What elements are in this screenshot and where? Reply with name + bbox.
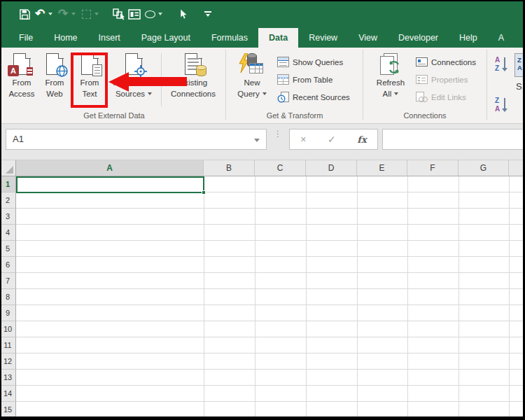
undo-icon[interactable]: ↶ (32, 6, 48, 22)
tab-home[interactable]: Home (43, 28, 88, 48)
customize-quick-access-toolbar-icon[interactable] (200, 6, 216, 22)
row-header-1[interactable]: 1 (0, 176, 16, 192)
frame-border-bottom (0, 416, 525, 420)
column-header-G[interactable]: G (458, 160, 509, 176)
new-query-button[interactable]: New Query (230, 51, 274, 108)
row-header-2[interactable]: 2 (0, 192, 16, 209)
cursor-icon[interactable] (175, 6, 190, 22)
from-web-icon (46, 53, 63, 75)
annotation-arrow-shaft (128, 77, 187, 86)
title-bar: ↶ ↷ (0, 0, 525, 28)
properties-icon (416, 75, 428, 84)
refresh-all-button[interactable]: Refresh All (368, 51, 413, 108)
row-header-4[interactable]: 4 (0, 225, 16, 241)
edit-links-button: Edit Links (416, 88, 486, 106)
refresh-all-icon (379, 53, 402, 78)
tab-data[interactable]: Data (258, 28, 298, 48)
redo-icon: ↷ (55, 6, 71, 22)
tab-formulas[interactable]: Formulas (201, 28, 258, 48)
name-box-dropdown-icon[interactable] (254, 139, 260, 142)
column-header-C[interactable]: C (255, 160, 306, 176)
save-icon[interactable] (17, 6, 32, 22)
frame-border-left (0, 0, 1, 420)
new-query-icon (238, 53, 266, 78)
column-header-F[interactable]: F (407, 160, 458, 176)
from-access-button[interactable]: A From Access (6, 51, 38, 108)
tab-help[interactable]: Help (449, 28, 488, 48)
show-queries-button[interactable]: Show Queries (277, 53, 364, 71)
existing-connections-icon (185, 53, 202, 75)
tab-file[interactable]: File (8, 28, 43, 48)
from-table-button[interactable]: From Table (277, 71, 364, 88)
selected-cell-A1[interactable] (16, 176, 204, 193)
select-objects-icon[interactable] (111, 6, 127, 22)
row-header-6[interactable]: 6 (0, 257, 16, 273)
tab-insert[interactable]: Insert (88, 28, 131, 48)
connections-button[interactable]: Connections (416, 53, 486, 71)
insert-function-icon[interactable]: fx (357, 134, 366, 145)
row-header-15[interactable]: 15 (0, 402, 16, 418)
fill-handle[interactable] (202, 190, 206, 195)
from-access-label-1: From (6, 78, 38, 89)
row-header-14[interactable]: 14 (0, 386, 16, 402)
column-header-D[interactable]: D (306, 160, 357, 176)
show-queries-label: Show Queries (293, 58, 343, 66)
oval-dropdown-icon[interactable] (158, 13, 162, 15)
column-header-B[interactable]: B (204, 160, 255, 176)
tab-review[interactable]: Review (298, 28, 348, 48)
group-label-connections: Connections (364, 110, 486, 121)
tab-view[interactable]: View (348, 28, 388, 48)
recent-sources-button[interactable]: Recent Sources (277, 88, 364, 106)
formula-input[interactable] (382, 129, 525, 150)
row-header-8[interactable]: 8 (0, 289, 16, 305)
tab-developer[interactable]: Developer (388, 28, 449, 48)
from-access-icon: A (13, 53, 30, 75)
row-header-12[interactable]: 12 (0, 354, 16, 370)
sort-descending-icon[interactable]: Z A (494, 97, 510, 113)
existing-connections-label-2: Connections (163, 89, 223, 100)
excel-window: ↶ ↷ File Home (0, 0, 525, 420)
annotation-arrow-head (108, 72, 129, 92)
form-icon[interactable] (127, 6, 142, 22)
cancel-icon: × (300, 134, 306, 145)
undo-dropdown-icon[interactable] (48, 13, 52, 15)
from-access-label-2: Access (6, 89, 38, 100)
properties-label: Properties (431, 76, 468, 84)
tab-page-layout[interactable]: Page Layout (131, 28, 201, 48)
from-web-button[interactable]: From Web (39, 51, 70, 108)
annotation-highlight-box (71, 52, 108, 108)
formula-bar-resize-dots[interactable]: ⋮ (274, 131, 276, 148)
enter-icon: ✓ (328, 134, 336, 145)
tab-acrobat-partial[interactable]: A (488, 28, 514, 48)
row-header-5[interactable]: 5 (0, 241, 16, 257)
sort-button-label-partial[interactable]: S (516, 81, 522, 92)
show-queries-icon (277, 57, 289, 67)
group-label-get-transform: Get & Transform (227, 110, 362, 121)
group-divider (486, 50, 487, 120)
row-header-11[interactable]: 11 (0, 337, 16, 354)
new-query-dropdown-icon (262, 92, 267, 95)
recent-sources-icon (277, 92, 289, 102)
oval-shape-icon[interactable] (142, 6, 158, 22)
connections-icon (416, 57, 428, 66)
sheet-cells[interactable] (16, 176, 525, 420)
edit-links-icon (416, 92, 428, 103)
sort-ascending-icon[interactable]: A Z (494, 56, 510, 73)
name-box-value: A1 (13, 134, 24, 144)
from-web-label-2: Web (39, 89, 70, 100)
formula-buttons: × ✓ fx (289, 129, 378, 150)
row-header-3[interactable]: 3 (0, 209, 16, 225)
row-header-13[interactable]: 13 (0, 370, 16, 386)
edit-links-label: Edit Links (431, 93, 466, 102)
name-box[interactable]: A1 (6, 129, 267, 150)
select-all-button[interactable] (0, 160, 16, 176)
worksheet-grid: A B C D E F G 1 2 3 4 5 6 7 8 9 10 11 12… (0, 160, 525, 420)
row-header-10[interactable]: 10 (0, 321, 16, 337)
marquee-dropdown-icon (94, 13, 99, 15)
refresh-all-label-1: Refresh (368, 78, 413, 89)
column-header-A[interactable]: A (16, 160, 204, 176)
marquee-select-icon (78, 6, 94, 22)
row-header-9[interactable]: 9 (0, 305, 16, 321)
row-header-7[interactable]: 7 (0, 273, 16, 289)
column-header-E[interactable]: E (357, 160, 407, 176)
